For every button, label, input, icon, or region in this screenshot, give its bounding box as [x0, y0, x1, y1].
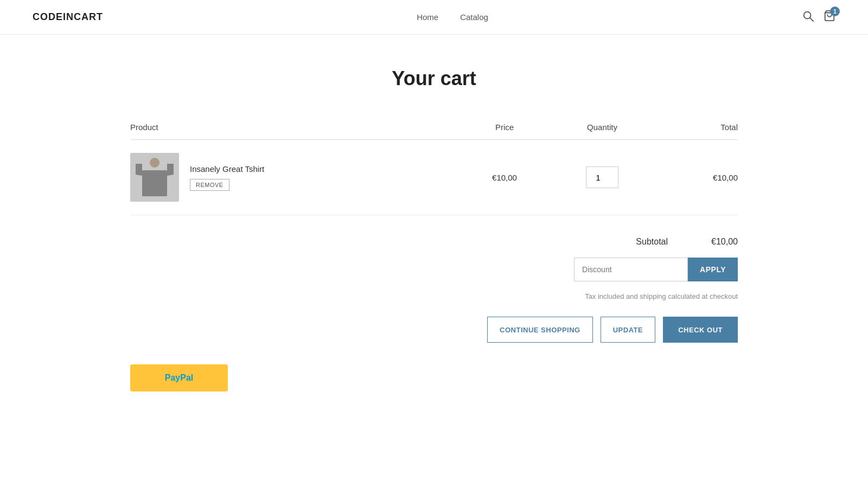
discount-input[interactable]	[574, 258, 688, 281]
apply-button[interactable]: APPLY	[688, 258, 738, 281]
subtotal-row: Subtotal €10,00	[636, 237, 738, 247]
search-button[interactable]	[802, 10, 814, 24]
remove-button[interactable]: REMOVE	[190, 179, 229, 191]
cart-badge: 1	[830, 7, 840, 16]
update-button[interactable]: UPDATE	[601, 317, 655, 343]
price-cell: €10,00	[456, 173, 553, 182]
nav-home[interactable]: Home	[417, 12, 438, 22]
cart-summary: Subtotal €10,00 APPLY Tax included and s…	[130, 237, 738, 343]
table-row: Insanely Great Tshirt REMOVE €10,00 €10,…	[130, 140, 738, 215]
subtotal-label: Subtotal	[636, 237, 668, 247]
quantity-cell	[553, 166, 651, 188]
cart-table-header: Product Price Quantity Total	[130, 123, 738, 140]
search-icon	[802, 10, 814, 22]
cart-button[interactable]: 1	[824, 10, 835, 24]
continue-shopping-button[interactable]: CONTINUE SHOPPING	[487, 317, 593, 343]
main-content: Your cart Product Price Quantity Total	[108, 35, 760, 435]
header: CODEINCART Home Catalog 1	[0, 0, 868, 35]
header-icons: 1	[802, 10, 835, 24]
page-title: Your cart	[130, 67, 738, 90]
product-cell: Insanely Great Tshirt REMOVE	[130, 153, 456, 202]
total-cell: €10,00	[651, 173, 738, 182]
svg-marker-6	[167, 164, 174, 176]
col-header-total: Total	[651, 123, 738, 132]
main-nav: Home Catalog	[417, 12, 488, 22]
svg-point-7	[150, 158, 159, 168]
checkout-button[interactable]: CHECK OUT	[663, 317, 738, 343]
subtotal-value: €10,00	[711, 237, 738, 247]
paypal-section: PayPal	[130, 364, 738, 391]
svg-line-1	[810, 18, 814, 22]
col-header-price: Price	[456, 123, 553, 132]
action-buttons: CONTINUE SHOPPING UPDATE CHECK OUT	[487, 317, 738, 343]
discount-row: APPLY	[574, 258, 738, 281]
svg-point-0	[804, 12, 811, 19]
svg-rect-4	[142, 170, 167, 196]
logo: CODEINCART	[33, 11, 103, 23]
quantity-input[interactable]	[586, 166, 618, 188]
paypal-logo: PayPal	[165, 373, 193, 383]
paypal-button[interactable]: PayPal	[130, 364, 228, 391]
product-image	[130, 153, 179, 202]
product-name: Insanely Great Tshirt	[190, 164, 264, 174]
nav-catalog[interactable]: Catalog	[460, 12, 488, 22]
col-header-product: Product	[130, 123, 456, 132]
col-header-quantity: Quantity	[553, 123, 651, 132]
product-info: Insanely Great Tshirt REMOVE	[190, 164, 264, 191]
svg-marker-5	[136, 164, 142, 176]
tax-note: Tax included and shipping calculated at …	[585, 292, 738, 300]
